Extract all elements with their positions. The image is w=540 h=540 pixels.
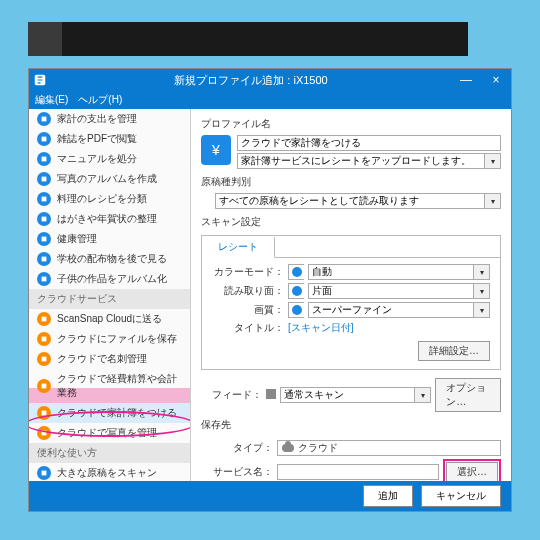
- sidebar-item[interactable]: クラウドにファイルを保存: [29, 329, 190, 349]
- sidebar-item[interactable]: 大きな原稿をスキャン: [29, 463, 190, 481]
- select-service-button[interactable]: 選択…: [446, 462, 498, 481]
- sidebar-item[interactable]: 家計の支出を管理: [29, 109, 190, 129]
- feed-dropdown[interactable]: ▾: [415, 387, 431, 403]
- cloud-icon: [282, 444, 294, 452]
- svg-rect-13: [42, 384, 47, 389]
- sidebar-item-label: マニュアルを処分: [57, 152, 137, 166]
- title-value-link[interactable]: [スキャン日付]: [288, 321, 354, 335]
- sidebar: 家計の支出を管理雑誌をPDFで閲覧マニュアルを処分写真のアルバムを作成料理のレシ…: [29, 109, 191, 481]
- top-banner: [28, 22, 468, 56]
- sidebar-item-label: 大きな原稿をスキャン: [57, 466, 157, 480]
- quality-dropdown[interactable]: ▾: [474, 302, 490, 318]
- feed-icon: [266, 389, 276, 401]
- sidebar-item[interactable]: クラウドで写真を管理: [29, 423, 190, 443]
- sidebar-item-label: クラウドで経費精算や会計業務: [57, 372, 182, 400]
- menu-help[interactable]: ヘルプ(H): [78, 93, 122, 107]
- quality-icon: [288, 302, 304, 318]
- sidebar-group-conv: 便利な使い方: [29, 443, 190, 463]
- service-label: サービス名：: [201, 465, 273, 479]
- sidebar-item-label: 子供の作品をアルバム化: [57, 272, 167, 286]
- menubar: 編集(E) ヘルプ(H): [29, 91, 511, 109]
- sidebar-item[interactable]: 子供の作品をアルバム化: [29, 269, 190, 289]
- sidebar-item[interactable]: クラウドで家計簿をつける: [29, 403, 190, 423]
- sidebar-item-label: 学校の配布物を後で見る: [57, 252, 167, 266]
- main-panel: プロファイル名 ¥ ▾ 原稿種判別 ▾ スキャン設定: [191, 109, 511, 481]
- sidebar-item[interactable]: 雑誌をPDFで閲覧: [29, 129, 190, 149]
- svg-rect-18: [266, 389, 276, 399]
- title-label: タイトル：: [212, 321, 284, 335]
- service-value: [277, 464, 439, 480]
- profile-name-input[interactable]: [237, 135, 501, 151]
- option-button[interactable]: オプション…: [435, 378, 501, 412]
- sidebar-item-icon: [37, 232, 51, 246]
- svg-rect-4: [42, 177, 47, 182]
- close-button[interactable]: ×: [481, 73, 511, 87]
- dest-label: 保存先: [201, 418, 501, 432]
- feed-select[interactable]: [280, 387, 415, 403]
- sidebar-item-label: 料理のレシピを分類: [57, 192, 147, 206]
- sidebar-item[interactable]: 学校の配布物を後で見る: [29, 249, 190, 269]
- svg-rect-2: [42, 137, 47, 142]
- sidebar-item[interactable]: クラウドで経費精算や会計業務: [29, 369, 190, 403]
- sidebar-item-icon: [37, 212, 51, 226]
- sidebar-item[interactable]: はがきや年賀状の整理: [29, 209, 190, 229]
- sidebar-item[interactable]: 料理のレシピを分類: [29, 189, 190, 209]
- svg-rect-1: [42, 117, 47, 122]
- side-select[interactable]: [308, 283, 474, 299]
- sidebar-item-label: クラウドにファイルを保存: [57, 332, 177, 346]
- sidebar-item-icon: [37, 466, 51, 480]
- sidebar-item[interactable]: 健康管理: [29, 229, 190, 249]
- app-icon: [29, 69, 51, 91]
- sidebar-item[interactable]: 写真のアルバムを作成: [29, 169, 190, 189]
- type-label: タイプ：: [201, 441, 273, 455]
- sidebar-item[interactable]: クラウドで名刺管理: [29, 349, 190, 369]
- sidebar-item-icon: [37, 406, 51, 420]
- sidebar-item[interactable]: ScanSnap Cloudに送る: [29, 309, 190, 329]
- svg-rect-6: [42, 217, 47, 222]
- add-button[interactable]: 追加: [363, 485, 413, 507]
- sidebar-item-icon: [37, 272, 51, 286]
- sidebar-item-icon: [37, 352, 51, 366]
- color-mode-label: カラーモード：: [212, 265, 284, 279]
- cancel-button[interactable]: キャンセル: [421, 485, 501, 507]
- color-mode-dropdown[interactable]: ▾: [474, 264, 490, 280]
- color-mode-select[interactable]: [308, 264, 474, 280]
- sidebar-item-label: クラウドで名刺管理: [57, 352, 147, 366]
- step-number-box: [28, 22, 62, 56]
- svg-rect-5: [42, 197, 47, 202]
- sidebar-item-label: 家計の支出を管理: [57, 112, 137, 126]
- sidebar-item-icon: [37, 172, 51, 186]
- profile-name-label: プロファイル名: [201, 117, 501, 131]
- scan-settings-label: スキャン設定: [201, 215, 501, 229]
- tab-receipt[interactable]: レシート: [202, 237, 275, 258]
- sidebar-group-cloud: クラウドサービス: [29, 289, 190, 309]
- scan-settings-panel: レシート カラーモード： ▾ 読み取り面： ▾ 画質：: [201, 235, 501, 370]
- svg-rect-8: [42, 257, 47, 262]
- sidebar-item-icon: [37, 252, 51, 266]
- sidebar-item-label: クラウドで写真を管理: [57, 426, 157, 440]
- sidebar-item-icon: [37, 152, 51, 166]
- select-button-emphasis: 選択…: [443, 459, 501, 481]
- svg-rect-16: [42, 471, 47, 476]
- profile-desc-dropdown[interactable]: ▾: [485, 153, 501, 169]
- profile-icon: ¥: [201, 135, 231, 165]
- window-title: 新規プロファイル追加 : iX1500: [51, 73, 451, 88]
- doctype-select[interactable]: [215, 193, 485, 209]
- sidebar-item[interactable]: マニュアルを処分: [29, 149, 190, 169]
- quality-select[interactable]: [308, 302, 474, 318]
- sidebar-item-icon: [37, 312, 51, 326]
- svg-rect-10: [42, 317, 47, 322]
- sidebar-item-icon: [37, 112, 51, 126]
- profile-desc-input[interactable]: [237, 153, 485, 169]
- svg-rect-14: [42, 411, 47, 416]
- sidebar-item-label: クラウドで家計簿をつける: [57, 406, 177, 420]
- doctype-dropdown[interactable]: ▾: [485, 193, 501, 209]
- color-mode-icon: [288, 264, 304, 280]
- dialog-window: 新規プロファイル追加 : iX1500 — × 編集(E) ヘルプ(H) 家計の…: [28, 68, 512, 512]
- side-dropdown[interactable]: ▾: [474, 283, 490, 299]
- sidebar-item-label: 写真のアルバムを作成: [57, 172, 157, 186]
- detail-settings-button[interactable]: 詳細設定…: [418, 341, 490, 361]
- menu-edit[interactable]: 編集(E): [35, 93, 68, 107]
- minimize-button[interactable]: —: [451, 73, 481, 87]
- doctype-label: 原稿種判別: [201, 175, 501, 189]
